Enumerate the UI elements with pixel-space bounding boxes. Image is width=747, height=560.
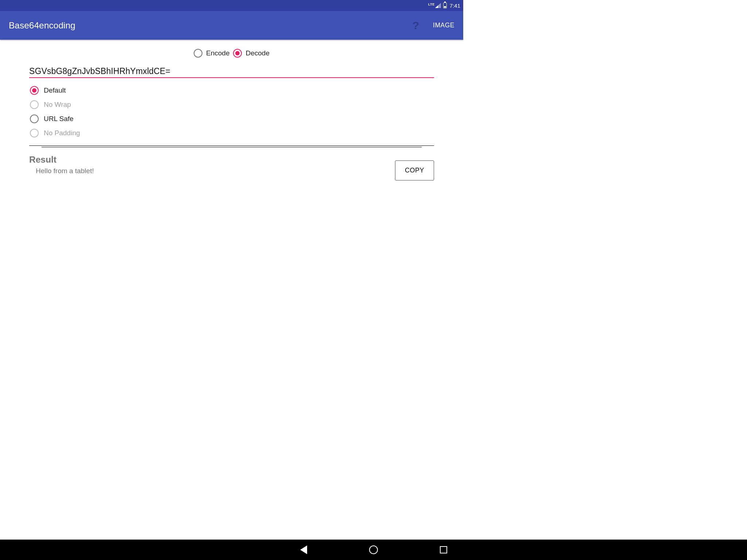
network-indicator: LTE [428,3,435,6]
result-heading: Result [29,155,395,165]
image-button[interactable]: IMAGE [433,22,454,29]
main-content: Encode Decode Default No Wrap URL Safe N… [0,40,463,180]
input-container [29,66,434,78]
divider [29,145,434,146]
urlsafe-radio[interactable] [30,114,39,123]
result-value: Hello from a tablet! [29,165,395,175]
battery-icon [443,3,447,8]
options-group: Default No Wrap URL Safe No Padding [29,86,434,137]
copy-button[interactable]: COPY [395,160,434,180]
nowrap-radio[interactable] [30,100,39,109]
signal-icon [435,3,441,8]
nopadding-radio[interactable] [30,129,39,137]
help-icon[interactable]: ? [413,19,419,32]
option-nowrap[interactable]: No Wrap [30,100,434,109]
divider-inner [42,147,422,147]
decode-radio[interactable] [233,49,242,58]
encode-radio[interactable] [194,49,202,58]
result-section: Result Hello from a tablet! COPY [29,155,434,180]
mode-radio-group: Encode Decode [29,49,434,58]
default-radio[interactable] [30,86,39,95]
option-nopadding[interactable]: No Padding [30,129,434,137]
nowrap-label: No Wrap [44,101,71,109]
decode-label[interactable]: Decode [245,49,270,57]
option-default[interactable]: Default [30,86,434,95]
option-urlsafe[interactable]: URL Safe [30,114,434,123]
base64-input[interactable] [29,66,434,78]
nopadding-label: No Padding [44,129,80,137]
app-bar: Base64encoding ? IMAGE [0,11,463,40]
default-label: Default [44,86,66,94]
urlsafe-label: URL Safe [44,115,74,123]
app-title: Base64encoding [9,20,413,31]
encode-label[interactable]: Encode [206,49,229,57]
status-bar: LTE 7:41 [0,0,463,11]
clock: 7:41 [450,3,460,9]
